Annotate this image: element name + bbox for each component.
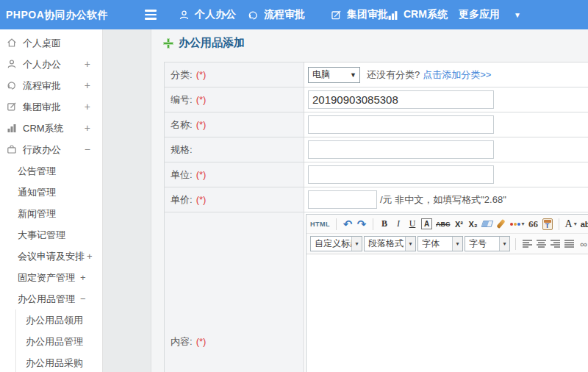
flow-arrow-icon [7, 76, 17, 98]
briefcase-icon [7, 140, 17, 162]
sidebar-item-crm-system[interactable]: CRM系统 + [0, 118, 102, 139]
spec-input[interactable] [308, 140, 494, 159]
insert-link-button[interactable]: ∞ [580, 238, 587, 250]
sidebar-item-supplies-purchase[interactable]: 办公用品采购 [0, 352, 102, 372]
sidebar-item-notice-mgmt[interactable]: 通知管理 [0, 182, 102, 203]
category-select[interactable]: 电脑 ▼ [308, 67, 360, 83]
align-left-button[interactable] [521, 237, 534, 251]
form-row-category: 分类:(*) 电脑 ▼ 还没有分类? 点击添加分类>> [165, 62, 588, 87]
sidebar-item-supplies-requisition[interactable]: 办公用品领用 [0, 310, 102, 331]
sidebar-item-news-mgmt[interactable]: 新闻管理 [0, 203, 102, 224]
collapse-icon[interactable]: − [80, 293, 86, 304]
price-input[interactable] [308, 190, 377, 209]
unit-input[interactable] [308, 165, 494, 184]
subscript-button[interactable]: X₂ [468, 217, 478, 232]
main-panel: 办公用品添加 分类:(*) 电脑 ▼ 还没有分类? 点击添加分类>> [151, 29, 588, 372]
collapse-icon[interactable]: − [85, 139, 90, 160]
caret-down-icon: ▾ [574, 221, 577, 227]
name-input[interactable] [308, 115, 494, 134]
nav-personal-office[interactable]: 个人办公 [179, 0, 236, 29]
align-right-button[interactable] [549, 237, 562, 251]
sidebar-item-desktop[interactable]: 个人桌面 [0, 32, 102, 54]
sidebar-item-announcement-mgmt[interactable]: 公告管理 [0, 160, 102, 182]
superscript-button[interactable]: X² [454, 217, 465, 232]
expand-icon[interactable]: + [80, 272, 86, 283]
nav-label: 流程审批 [264, 8, 305, 21]
eraser-button[interactable] [482, 217, 492, 232]
sidebar-item-workflow-approval[interactable]: 流程审批 + [0, 75, 102, 96]
bold-button[interactable]: B [379, 217, 390, 232]
blockquote-button[interactable]: 66 [528, 217, 539, 232]
nav-label: 个人办公 [195, 8, 236, 21]
style-palette-button[interactable]: ▾ [510, 217, 525, 232]
sidebar-item-meeting-mgmt[interactable]: 会议申请及安排+ [0, 246, 102, 267]
form-row-content: 内容:(*) HTML ↶ ↷ B I U [165, 212, 588, 372]
select-arrow-icon: ▾ [351, 237, 362, 251]
expand-icon[interactable]: + [85, 75, 90, 96]
html-source-button[interactable]: HTML [310, 217, 330, 232]
custom-heading-select[interactable]: 自定义标题 ▾ [310, 236, 362, 251]
required-mark: (*) [196, 119, 207, 130]
highlight-color-button[interactable]: ab / ▾ [581, 217, 588, 232]
code-input[interactable] [308, 90, 494, 109]
sidebar-item-label: 流程审批 [23, 80, 61, 91]
font-color-label: A [565, 218, 573, 230]
select-arrow-icon: ▾ [452, 237, 462, 251]
font-size-select[interactable]: 字号 ▾ [465, 236, 510, 251]
brand-title: PHPOA协同办公软件 [6, 0, 108, 29]
expand-icon[interactable]: + [85, 96, 90, 118]
undo-button[interactable]: ↶ [343, 217, 353, 232]
menu-toggle-icon[interactable] [145, 10, 157, 20]
nav-group-approval[interactable]: 集团审批 [331, 0, 388, 29]
sidebar-item-label: 个人办公 [23, 59, 61, 70]
strikethrough-button[interactable]: ABC [436, 217, 451, 232]
clipboard-icon: T [542, 218, 553, 230]
font-family-select[interactable]: 字体 ▾ [417, 236, 463, 251]
add-category-link[interactable]: 点击添加分类>> [423, 68, 491, 82]
expand-icon[interactable]: + [85, 118, 90, 139]
editor-content-area[interactable] [306, 254, 588, 372]
field-label: 名称: [171, 119, 193, 130]
sidebar-item-label: 通知管理 [18, 187, 56, 198]
sidebar-item-fixed-assets-mgmt[interactable]: 固定资产管理+ [0, 267, 102, 288]
sidebar-item-office-supplies-mgmt[interactable]: 办公用品管理− [0, 288, 102, 310]
sidebar-item-label: 办公用品采购 [26, 357, 83, 368]
field-label: 分类: [171, 69, 193, 80]
sidebar-item-events-mgmt[interactable]: 大事记管理 [0, 224, 102, 246]
sidebar-item-admin-office[interactable]: 行政办公 − [0, 139, 102, 160]
underline-button[interactable]: U [407, 217, 417, 232]
sidebar-item-label: CRM系统 [23, 123, 64, 134]
paste-text-button[interactable]: T [542, 217, 553, 232]
expand-icon[interactable]: + [87, 251, 93, 262]
sidebar-item-personal-office[interactable]: 个人办公 + [0, 54, 102, 75]
align-right-icon [551, 240, 560, 248]
eraser-icon [481, 221, 493, 227]
bar-chart-icon [7, 119, 17, 140]
redo-button[interactable]: ↷ [356, 217, 367, 232]
bar-chart-icon [387, 10, 398, 21]
sidebar-item-label: 集团审批 [23, 101, 61, 112]
select-arrow-icon: ▾ [405, 237, 415, 251]
paragraph-format-select[interactable]: 段落格式 ▾ [364, 236, 416, 251]
sidebar-item-label: 办公用品领用 [26, 315, 83, 326]
select-label: 段落格式 [365, 237, 405, 250]
expand-icon[interactable]: + [85, 54, 90, 75]
nav-more-apps[interactable]: 更多应用 ▼ [459, 0, 521, 29]
page-title-row: 办公用品添加 [163, 36, 245, 50]
home-icon [7, 34, 17, 55]
sidebar-item-supplies-management[interactable]: 办公用品管理 [0, 331, 102, 352]
sidebar-item-group-approval[interactable]: 集团审批 + [0, 96, 102, 118]
sidebar-item-label: 个人桌面 [23, 37, 61, 49]
font-style-button[interactable]: A [421, 218, 432, 229]
field-label: 编号: [171, 94, 193, 105]
align-center-button[interactable] [535, 237, 548, 251]
sidebar-item-label: 固定资产管理 [18, 272, 75, 283]
italic-button[interactable]: I [393, 217, 404, 232]
content-background: 办公用品添加 分类:(*) 电脑 ▼ 还没有分类? 点击添加分类>> [103, 29, 588, 372]
nav-crm-system[interactable]: CRM系统 [387, 0, 448, 29]
toolbar-separator [559, 218, 559, 230]
font-color-button[interactable]: A ▾ [565, 217, 577, 232]
format-brush-button[interactable] [496, 217, 506, 232]
nav-workflow-approval[interactable]: 流程审批 [248, 0, 305, 29]
align-justify-button[interactable] [563, 237, 576, 251]
